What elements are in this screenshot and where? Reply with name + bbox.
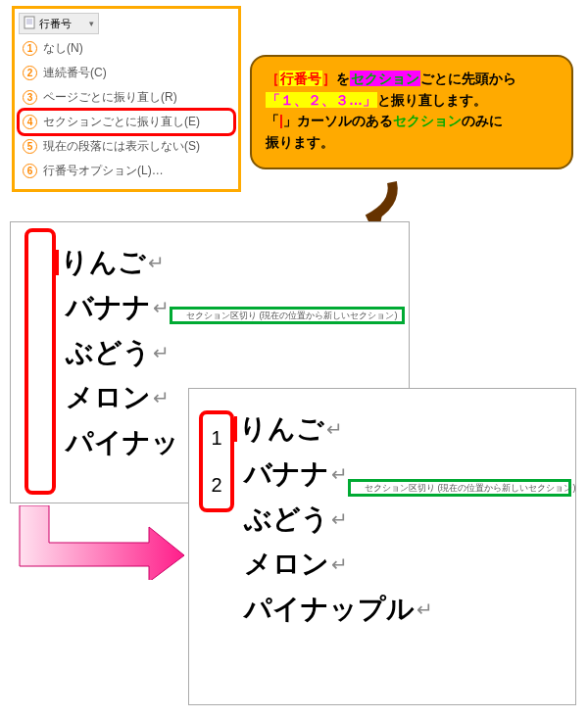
menu-item-label: 連続番号(C) [43, 65, 107, 81]
menu-item-label: なし(N) [43, 40, 83, 57]
return-mark: ↵ [326, 419, 343, 439]
callout-line-1: ［行番号］をセクションごとに先頭から [266, 69, 558, 90]
menu-item-per-page[interactable]: 3 ページごとに振り直し(R) [19, 85, 234, 110]
doc-line: りんご↵ [66, 249, 391, 276]
return-mark: ↵ [331, 554, 348, 574]
menu-item-per-section[interactable]: 4 セクションごとに振り直し(E) [19, 110, 234, 134]
badge-6: 6 [23, 164, 37, 178]
menu-item-options[interactable]: 6 行番号オプション(L)… [19, 159, 234, 183]
chevron-down-icon: ▾ [89, 19, 94, 28]
return-mark: ↵ [153, 343, 170, 362]
section-break-label: セクション区切り (現在の位置から新しいセクション) [186, 310, 398, 322]
section-break-marker: セクション区切り (現在の位置から新しいセクション) [170, 307, 405, 324]
line-number-dropdown: 行番号 ▾ 1 なし(N) 2 連続番号(C) 3 ページごとに振り直し(R) … [12, 6, 241, 192]
menu-item-label: ページごとに振り直し(R) [43, 89, 177, 106]
dropdown-title: 行番号 [39, 17, 72, 31]
return-mark: ↵ [148, 253, 165, 272]
callout-line-3: 「|」カーソルのあるセクションのみに [266, 111, 558, 132]
doc-line: メロン↵ [244, 550, 558, 578]
menu-item-none[interactable]: 1 なし(N) [19, 36, 234, 61]
doc-icon [24, 16, 35, 31]
line-number: 2 [203, 474, 230, 497]
document-after: りんご↵ バナナ↵ ぶどう↵ メロン↵ パイナップル↵ 1 2 セクション区切り… [188, 388, 576, 705]
callout-line-2: 「１、２、３…」と振り直します。 [266, 90, 558, 112]
text-cursor [234, 416, 237, 442]
section-break-label: セクション区切り (現在の位置から新しいセクション) [365, 482, 576, 495]
return-mark: ↵ [331, 464, 348, 484]
badge-1: 1 [23, 41, 37, 56]
explanation-callout: ［行番号］をセクションごとに先頭から 「１、２、３…」と振り直します。 「|」カ… [250, 55, 573, 169]
menu-item-continuous[interactable]: 2 連続番号(C) [19, 61, 234, 85]
empty-line-number-column-highlight [24, 228, 56, 495]
badge-3: 3 [23, 90, 37, 105]
doc-line: ぶどう↵ [244, 505, 558, 533]
menu-item-label: 現在の段落には表示しない(S) [43, 138, 200, 155]
menu-item-hide-paragraph[interactable]: 5 現在の段落には表示しない(S) [19, 134, 234, 159]
doc-line: ぶどう↵ [66, 339, 391, 366]
badge-2: 2 [23, 66, 37, 80]
menu-item-label: 行番号オプション(L)… [43, 163, 164, 179]
callout-line-4: 振ります。 [266, 132, 558, 154]
return-mark: ↵ [331, 509, 348, 529]
doc-line: りんご↵ [244, 415, 558, 443]
section-break-marker: セクション区切り (現在の位置から新しいセクション) [348, 479, 571, 497]
badge-4: 4 [23, 115, 37, 129]
return-mark: ↵ [416, 599, 433, 619]
line-number: 1 [203, 427, 230, 450]
svg-rect-0 [24, 17, 34, 28]
menu-list: 1 なし(N) 2 連続番号(C) 3 ページごとに振り直し(R) 4 セクショ… [19, 36, 234, 183]
menu-item-label: セクションごとに振り直し(E) [43, 114, 200, 130]
return-mark: ↵ [153, 388, 170, 407]
arrow-before-to-after [12, 505, 186, 580]
text-cursor [56, 250, 59, 275]
line-number-column-highlight: 1 2 [199, 410, 234, 512]
doc-line: パイナップル↵ [244, 596, 558, 623]
return-mark: ↵ [153, 298, 170, 317]
badge-5: 5 [23, 139, 37, 154]
dropdown-header[interactable]: 行番号 ▾ [19, 13, 99, 34]
